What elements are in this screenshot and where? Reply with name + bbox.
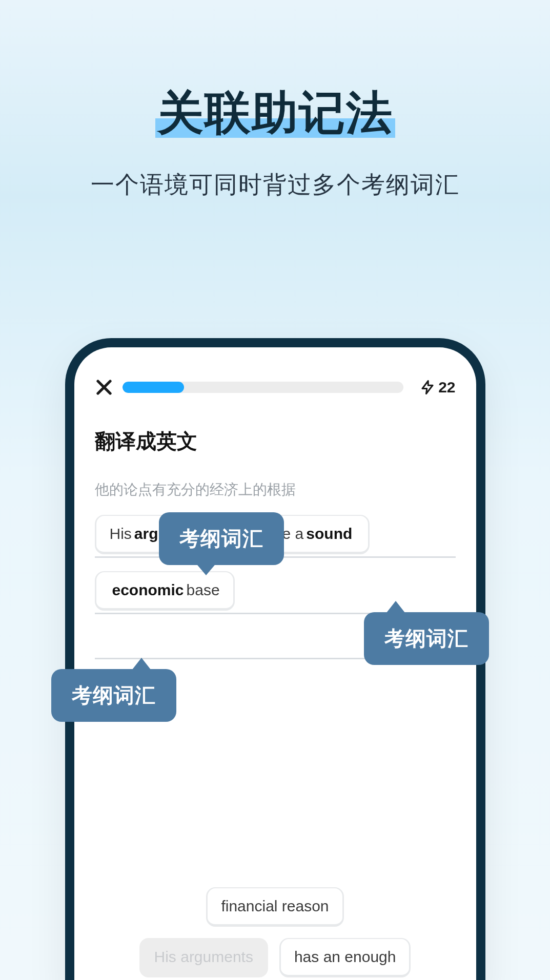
chip-text: His xyxy=(110,525,132,543)
option-chip-used: His arguments xyxy=(139,938,268,977)
progress-fill xyxy=(123,382,185,393)
bolt-icon xyxy=(420,380,435,395)
chip-bold: economic xyxy=(112,581,184,599)
close-icon[interactable] xyxy=(95,378,113,397)
hero: 关联助记法 一个语境可同时背过多个考纲词汇 xyxy=(0,0,550,201)
hero-subtitle: 一个语境可同时背过多个考纲词汇 xyxy=(0,169,550,201)
energy-counter: 22 xyxy=(420,379,455,396)
chip-text: has an enough xyxy=(294,948,396,966)
prompt-text: 他的论点有充分的经济上的根据 xyxy=(95,480,456,499)
lesson-topbar: 22 xyxy=(95,378,456,397)
tooltip-label: 考纲词汇 xyxy=(179,527,263,550)
callout-tooltip: 考纲词汇 xyxy=(159,512,284,565)
callout-tooltip: 考纲词汇 xyxy=(364,612,489,665)
option-chip[interactable]: financial reason xyxy=(206,887,343,927)
tooltip-label: 考纲词汇 xyxy=(384,627,468,650)
callout-tooltip: 考纲词汇 xyxy=(51,669,176,722)
chip-bold: sound xyxy=(306,525,352,543)
energy-count: 22 xyxy=(438,379,455,396)
progress-bar xyxy=(123,382,404,393)
chip-text: financial reason xyxy=(221,898,329,915)
task-title: 翻译成英文 xyxy=(95,427,456,455)
hero-title: 关联助记法 xyxy=(157,82,393,144)
option-bank: financial reason His arguments has an en… xyxy=(74,887,476,980)
option-chip[interactable]: has an enough xyxy=(279,938,411,977)
chip-text: base xyxy=(187,581,220,599)
tooltip-label: 考纲词汇 xyxy=(72,684,156,706)
chip-text: His arguments xyxy=(154,948,253,966)
answer-chip[interactable]: economic base xyxy=(95,571,235,611)
